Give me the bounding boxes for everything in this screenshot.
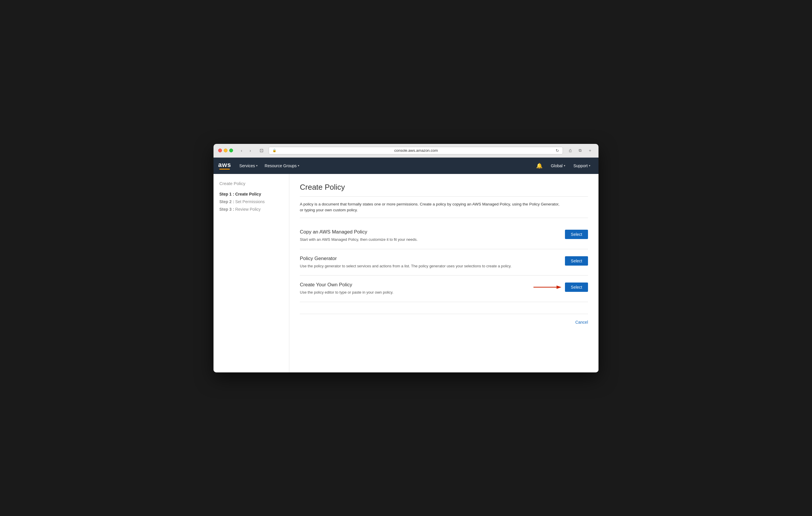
create-own-select-button[interactable]: Select (565, 282, 588, 292)
policy-generator-option: Policy Generator Use the policy generato… (300, 249, 588, 276)
new-tab-button[interactable]: ＋ (586, 148, 594, 154)
global-label: Global (551, 163, 562, 168)
step3-name: Review Policy (235, 207, 260, 212)
page-divider (300, 196, 588, 197)
browser-titlebar: ‹ › ⊡ 🔒 console.aws.amazon.com ↻ ⎙ ⧉ ＋ (213, 144, 599, 158)
forward-button[interactable]: › (246, 148, 254, 154)
sidebar-title: Create Policy (219, 181, 283, 186)
support-label: Support (573, 163, 588, 168)
policy-generator-title: Policy Generator (300, 256, 548, 262)
page-title: Create Policy (300, 183, 588, 192)
copy-managed-select-button[interactable]: Select (565, 230, 588, 239)
aws-logo-underline (219, 169, 230, 169)
copy-managed-option-text: Copy an AWS Managed Policy Start with an… (300, 229, 548, 243)
create-own-option-text: Create Your Own Policy Use the policy ed… (300, 282, 526, 295)
step3-label: Step 3 : (219, 207, 235, 212)
services-label: Services (239, 163, 255, 168)
aws-navbar: aws Services ▾ Resource Groups ▾ 🔔 Globa… (213, 158, 599, 174)
address-bar[interactable]: 🔒 console.aws.amazon.com ↻ (269, 147, 563, 154)
bottom-bar: Cancel (300, 314, 588, 325)
sidebar-step-1: Step 1 : Create Policy (219, 192, 283, 196)
back-button[interactable]: ‹ (238, 148, 245, 154)
duplicate-button[interactable]: ⧉ (576, 148, 584, 154)
step2-label: Step 2 : (219, 199, 235, 204)
page-description: A policy is a document that formally sta… (300, 201, 562, 213)
copy-managed-title: Copy an AWS Managed Policy (300, 229, 548, 235)
sidebar-step-3: Step 3 : Review Policy (219, 207, 283, 212)
browser-window: ‹ › ⊡ 🔒 console.aws.amazon.com ↻ ⎙ ⧉ ＋ a… (213, 144, 599, 373)
browser-actions: ⎙ ⧉ ＋ (567, 148, 594, 154)
aws-logo: aws (218, 162, 231, 169)
resource-groups-nav-item[interactable]: Resource Groups ▾ (261, 158, 303, 174)
create-own-policy-option: Create Your Own Policy Use the policy ed… (300, 275, 588, 302)
step1-label: Step 1 : (219, 192, 235, 196)
create-own-title: Create Your Own Policy (300, 282, 526, 288)
aws-logo-text: aws (218, 162, 231, 168)
arrow-annotation-icon (533, 283, 562, 291)
copy-managed-policy-option: Copy an AWS Managed Policy Start with an… (300, 223, 588, 249)
minimize-button[interactable] (224, 148, 228, 152)
policy-generator-option-text: Policy Generator Use the policy generato… (300, 256, 548, 269)
policy-generator-select-button[interactable]: Select (565, 256, 588, 266)
create-own-description: Use the policy editor to type or paste i… (300, 290, 526, 295)
svg-marker-1 (556, 286, 561, 289)
resource-groups-chevron-icon: ▾ (298, 164, 299, 167)
sidebar-step-2: Step 2 : Set Permissions (219, 199, 283, 204)
nav-buttons: ‹ › (238, 148, 254, 154)
global-chevron-icon: ▾ (564, 164, 565, 167)
sidebar: Create Policy Step 1 : Create Policy Ste… (213, 174, 289, 373)
create-own-action: Select (533, 282, 588, 292)
step2-name: Set Permissions (235, 199, 265, 204)
support-chevron-icon: ▾ (589, 164, 590, 167)
share-button[interactable]: ⎙ (567, 148, 574, 154)
policy-generator-action: Select (565, 256, 588, 266)
section-divider-top (300, 218, 588, 218)
content-area: Create Policy A policy is a document tha… (289, 174, 599, 373)
copy-managed-description: Start with an AWS Managed Policy, then c… (300, 237, 548, 243)
url-text: console.aws.amazon.com (279, 148, 553, 153)
resource-groups-label: Resource Groups (265, 163, 297, 168)
copy-managed-action: Select (565, 229, 588, 239)
nav-right: 🔔 Global ▾ Support ▾ (532, 158, 594, 174)
traffic-lights (218, 148, 233, 152)
main-content: Create Policy Step 1 : Create Policy Ste… (213, 174, 599, 373)
notifications-button[interactable]: 🔔 (532, 163, 546, 169)
step1-name: Create Policy (235, 192, 261, 196)
support-nav-item[interactable]: Support ▾ (570, 158, 594, 174)
global-nav-item[interactable]: Global ▾ (547, 158, 569, 174)
services-nav-item[interactable]: Services ▾ (236, 158, 261, 174)
tab-switcher-button[interactable]: ⊡ (258, 148, 265, 154)
lock-icon: 🔒 (272, 148, 277, 152)
cancel-button[interactable]: Cancel (575, 320, 588, 325)
close-button[interactable] (218, 148, 222, 152)
refresh-button[interactable]: ↻ (556, 148, 559, 153)
services-chevron-icon: ▾ (256, 164, 258, 167)
maximize-button[interactable] (229, 148, 233, 152)
policy-generator-description: Use the policy generator to select servi… (300, 263, 548, 269)
